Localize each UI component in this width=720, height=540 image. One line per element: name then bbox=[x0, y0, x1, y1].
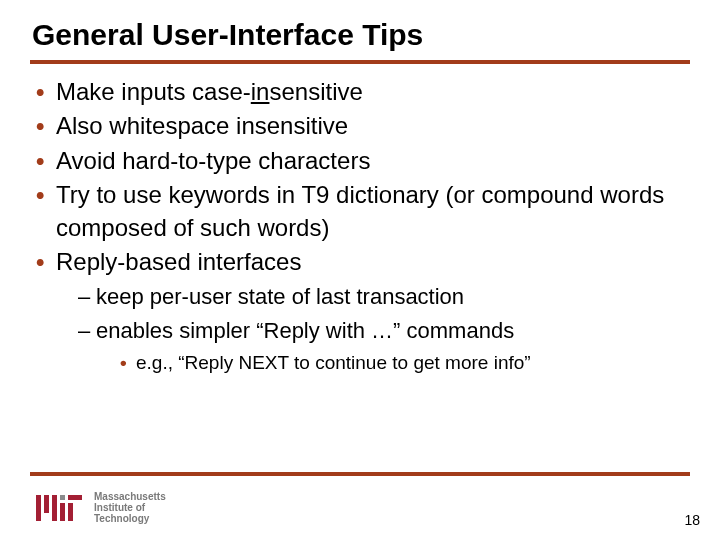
svg-rect-6 bbox=[68, 503, 73, 521]
dash-icon: – bbox=[78, 282, 90, 312]
bullet-text: Avoid hard-to-type characters bbox=[56, 147, 370, 174]
logo-line: Massachusetts bbox=[94, 491, 166, 502]
bullet-text: Also whitespace insensitive bbox=[56, 112, 348, 139]
slide-title: General User-Interface Tips bbox=[32, 18, 690, 52]
sub-bullet-item: – enables simpler “Reply with …” command… bbox=[78, 316, 690, 375]
svg-rect-4 bbox=[60, 495, 65, 500]
mit-logo: Massachusetts Institute of Technology bbox=[36, 491, 166, 524]
slide: General User-Interface Tips • Make input… bbox=[0, 0, 720, 540]
bullet-text: Try to use keywords in T9 dictionary (or… bbox=[56, 181, 664, 240]
bullet-icon: • bbox=[36, 145, 44, 177]
mit-logo-icon bbox=[36, 495, 84, 521]
logo-line: Institute of bbox=[94, 502, 166, 513]
bullet-icon: • bbox=[36, 76, 44, 108]
bullet-icon: • bbox=[36, 246, 44, 278]
bullet-item: • Reply-based interfaces – keep per-user… bbox=[36, 246, 690, 375]
svg-rect-3 bbox=[60, 503, 65, 521]
footer-rule bbox=[30, 472, 690, 476]
sub-sub-bullet-list: • e.g., “Reply NEXT to continue to get m… bbox=[96, 350, 690, 376]
text-fragment: sensitive bbox=[269, 78, 362, 105]
bullet-item: • Make inputs case-insensitive bbox=[36, 76, 690, 108]
text-underlined: in bbox=[251, 78, 270, 105]
page-number: 18 bbox=[684, 512, 700, 528]
text-fragment: Make inputs case- bbox=[56, 78, 251, 105]
bullet-text: Reply-based interfaces bbox=[56, 248, 301, 275]
bullet-item: • Avoid hard-to-type characters bbox=[36, 145, 690, 177]
bullet-text: Make inputs case-insensitive bbox=[56, 78, 363, 105]
bullet-icon: • bbox=[36, 110, 44, 142]
sub-bullet-text: keep per-user state of last transaction bbox=[96, 284, 464, 309]
sub-bullet-list: – keep per-user state of last transactio… bbox=[56, 282, 690, 375]
svg-rect-2 bbox=[52, 495, 57, 521]
sub-sub-bullet-item: • e.g., “Reply NEXT to continue to get m… bbox=[120, 350, 690, 376]
logo-line: Technology bbox=[94, 513, 166, 524]
svg-rect-1 bbox=[44, 495, 49, 513]
title-underline bbox=[30, 60, 690, 64]
mit-logo-text: Massachusetts Institute of Technology bbox=[94, 491, 166, 524]
dash-icon: – bbox=[78, 316, 90, 346]
bullet-icon: • bbox=[120, 350, 127, 376]
bullet-item: • Also whitespace insensitive bbox=[36, 110, 690, 142]
bullet-item: • Try to use keywords in T9 dictionary (… bbox=[36, 179, 690, 244]
svg-rect-5 bbox=[68, 495, 82, 500]
sub-bullet-item: – keep per-user state of last transactio… bbox=[78, 282, 690, 312]
svg-rect-0 bbox=[36, 495, 41, 521]
sub-bullet-text: enables simpler “Reply with …” commands bbox=[96, 318, 514, 343]
sub-sub-bullet-text: e.g., “Reply NEXT to continue to get mor… bbox=[136, 352, 531, 373]
bullet-list: • Make inputs case-insensitive • Also wh… bbox=[30, 76, 690, 375]
bullet-icon: • bbox=[36, 179, 44, 211]
